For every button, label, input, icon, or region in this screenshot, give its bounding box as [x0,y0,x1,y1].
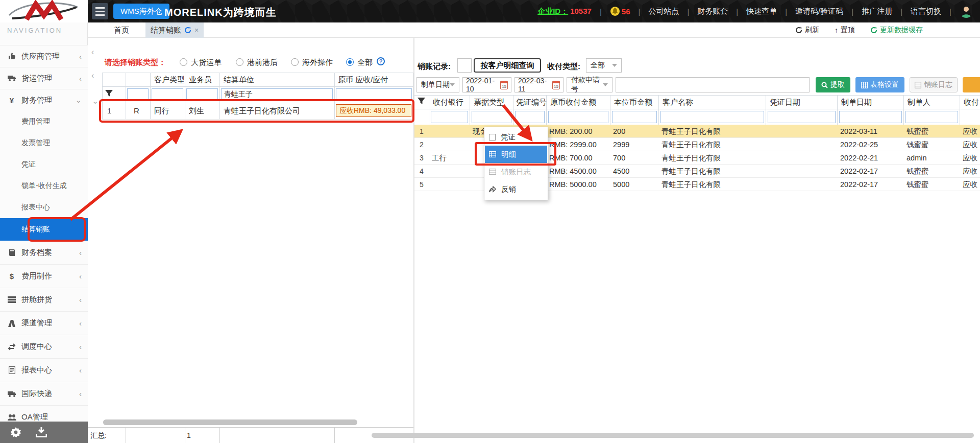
col-customer-name[interactable]: 客户名称 [663,98,693,107]
writeoff-log-button[interactable]: 销账日志 [910,77,958,92]
sidebar-item-report-center-sub[interactable]: 报表中心 [0,197,88,218]
sidebar-item-lock-payment[interactable]: 锁单-收付生成 [0,175,88,197]
filter-input[interactable] [839,111,902,123]
radio-bulk-waybill[interactable] [180,58,187,66]
radio-overseas-ops[interactable] [291,58,299,66]
col-orig-amount[interactable]: 原币收付金额 [550,98,596,107]
filter-input[interactable] [548,111,608,123]
gear-icon[interactable] [10,427,21,438]
extract-button[interactable]: 提取 [816,77,850,92]
sidebar-toggle-icon[interactable] [92,3,108,19]
filter-input[interactable] [660,111,764,123]
col-customer-type[interactable]: 客户类型 [154,75,185,85]
row-amount-highlight[interactable]: 应收RMB: 49,033.00 [336,104,411,117]
filter-input-customer-type[interactable] [152,88,183,101]
refresh-button[interactable]: 刷新 [795,26,819,35]
payment-request-input[interactable] [616,77,810,92]
cell-maker: admin [906,151,960,165]
menu-finance-books[interactable]: 财务账套 [697,7,728,16]
download-icon[interactable] [36,427,47,437]
menu-item-detail[interactable]: 明细 [485,146,547,163]
sidebar-item-label: 国际快递 [21,389,52,399]
col-voucher-no[interactable]: 凭证编号 [516,98,547,107]
sidebar-item-settlement-writeoff[interactable]: 结算销账 [0,218,88,241]
sidebar-item-intl-express[interactable]: 国际快递 [0,382,88,405]
filter-input-amount[interactable] [336,88,412,101]
filter-funnel-icon[interactable] [418,98,426,106]
date-to-input[interactable]: 2022-03-11 15 [514,77,564,92]
tab-home[interactable]: 首页 [105,22,138,38]
sidebar-item-expense-mgmt[interactable]: 费用管理 [0,111,88,132]
date-from-input[interactable]: 2022-01-10 15 [462,77,511,92]
table-settings-button[interactable]: 表格设置 [855,77,904,92]
filter-input-salesman[interactable] [186,88,218,101]
tab-refresh-icon[interactable] [184,27,191,34]
col-direction[interactable]: 收付 [964,98,979,107]
horizontal-scrollbar[interactable] [103,419,357,425]
filter-funnel-icon[interactable] [105,90,113,99]
update-cache-button[interactable]: 更新数据缓存 [870,26,923,35]
expand-icon[interactable]: ⌄ [92,96,99,106]
menu-item-reverse[interactable]: 反销 [485,180,547,198]
menu-language-switch[interactable]: 语言切换 [911,7,941,16]
payment-request-select[interactable]: 付款申请号 [567,77,612,92]
pin-top-button[interactable]: 置顶 [835,26,855,35]
col-bill-type[interactable]: 票据类型 [474,98,504,107]
sidebar-item-channel-mgmt[interactable]: 渠道管理 [0,311,88,335]
calendar-icon[interactable]: 15 [552,81,560,89]
menu-item-writeoff-log[interactable]: 销账日志 [485,163,547,180]
bell-icon[interactable] [610,6,620,16]
sidebar-item-finance[interactable]: ¥ 财务管理 [0,89,88,111]
sidebar-item-invoice-mgmt[interactable]: 发票管理 [0,132,88,154]
partial-button[interactable] [963,77,980,92]
sidebar-item-supplier[interactable]: 供应商管理 [0,45,88,67]
radio-all[interactable] [346,58,354,66]
col-salesman[interactable]: 业务员 [189,75,212,85]
col-amount[interactable]: 原币 应收/应付 [338,75,388,85]
col-settle-unit[interactable]: 结算单位 [224,75,254,85]
sidebar-item-report-center[interactable]: 报表中心 [0,358,88,382]
filter-input-settle-unit[interactable]: 青蛙王子 [221,88,333,101]
record-mini-input[interactable] [457,58,472,73]
pay-type-select[interactable]: 全部 [586,58,622,73]
sidebar-item-dispatch-center[interactable]: 调度中心 [0,335,88,358]
menu-item-voucher[interactable]: 凭证 [485,128,547,146]
wms-overseas-button[interactable]: WMS海外仓 [113,4,169,19]
col-base-amount[interactable]: 本位币金额 [614,98,652,107]
col-voucher-date[interactable]: 凭证日期 [770,98,800,107]
menu-invite-code[interactable]: 邀请码/验证码 [795,7,843,16]
col-maker[interactable]: 制单人 [908,98,930,107]
filter-input-flag[interactable] [127,88,149,101]
horizontal-scrollbar[interactable] [372,433,974,438]
summary-label: 汇总: [90,431,107,440]
col-bank[interactable]: 收付银行 [433,98,463,107]
menu-quick-query[interactable]: 快速查单 [746,7,777,16]
sidebar-item-freight[interactable]: 货运管理 [0,67,88,89]
sidebar-item-finance-archive[interactable]: 财务档案 [0,241,88,264]
date-field-select[interactable]: 制单日期 [416,77,459,92]
tab-close-icon[interactable]: × [194,26,199,34]
calendar-icon[interactable]: 15 [500,81,508,89]
radio-pre-post-port[interactable] [236,58,243,66]
sidebar-item-voucher[interactable]: 凭证 [0,154,88,175]
collapse-icon[interactable]: ‹ [91,71,94,80]
collapse-icon[interactable]: ‹ [91,48,94,57]
sidebar-item-consolidation[interactable]: 拼舱拼货 [0,288,88,311]
query-by-customer-button[interactable]: 按客户明细查询 [474,58,541,73]
col-make-date[interactable]: 制单日期 [841,98,872,107]
notification-count: 56 [622,7,630,16]
filter-input[interactable] [768,111,836,123]
filter-input[interactable] [431,111,468,123]
help-icon[interactable] [377,57,385,65]
tab-settlement-writeoff[interactable]: 结算销账 × [145,22,204,38]
filter-input[interactable] [612,111,657,123]
filter-input[interactable] [905,111,958,123]
user-avatar[interactable] [960,5,973,18]
menu-promo-register[interactable]: 推广注册 [862,7,892,16]
menu-company-site[interactable]: 公司站点 [648,7,679,16]
filter-input[interactable] [515,111,545,123]
sidebar-item-fee-making[interactable]: $ 费用制作 [0,264,88,288]
filter-input[interactable] [472,111,511,123]
notification-area[interactable]: 56 [610,6,630,16]
company-logo[interactable] [0,0,88,22]
